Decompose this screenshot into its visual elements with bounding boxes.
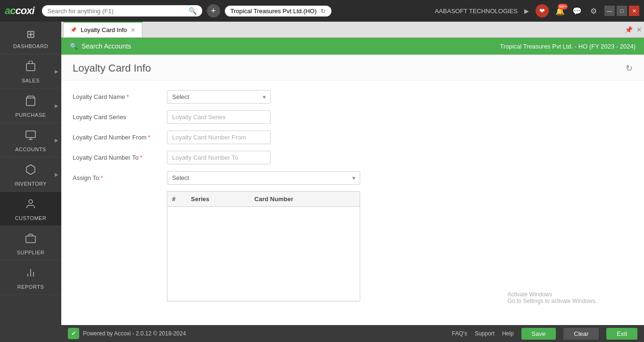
table-col-series: Series [186, 192, 250, 207]
company-selector[interactable]: Tropical Treasures Pvt Ltd.(HO) ↻ [225, 6, 331, 16]
footer-logo: ✓ [68, 328, 79, 339]
tab-bar: 📌 Loyalty Card Info ✕ 📌 ✕ [61, 22, 644, 38]
sidebar-item-accounts[interactable]: ACCOUNTS ▶ [0, 123, 61, 157]
user-company-arrow: ▶ [524, 8, 529, 15]
svg-rect-2 [26, 131, 35, 138]
sidebar-item-inventory[interactable]: INVENTORY ▶ [0, 157, 61, 192]
form-area: Loyalty Card Name* Select ▼ Loyalty Card… [61, 81, 644, 316]
assign-to-select[interactable]: Select [167, 171, 360, 185]
footer-left: ✓ Powered by Accoxi - 2.0.12 © 2018-2024 [68, 328, 186, 339]
inventory-icon [25, 164, 36, 178]
support-link[interactable]: Support [475, 330, 495, 337]
customer-icon [25, 198, 36, 212]
refresh-page-button[interactable]: ↻ [626, 63, 633, 73]
footer-right: FAQ's Support Help Save Clear Exit [452, 328, 637, 340]
tab-loyalty-card-info[interactable]: 📌 Loyalty Card Info ✕ [63, 22, 142, 37]
page-content: Loyalty Card Info ↻ Loyalty Card Name* S… [61, 55, 644, 325]
refresh-icon: ↻ [321, 8, 326, 15]
help-link[interactable]: Help [502, 330, 514, 337]
form-row-loyalty-card-number-from: Loyalty Card Number From* [73, 130, 633, 144]
sidebar-label-purchase: PURCHASE [15, 112, 46, 118]
sidebar-item-reports[interactable]: REPORTS [0, 261, 61, 295]
loyalty-card-name-wrapper: Select ▼ [167, 90, 271, 104]
search-accounts-icon: 🔍 [70, 42, 78, 50]
svg-point-5 [29, 200, 33, 204]
sales-expand-icon: ▶ [55, 69, 58, 74]
table-col-card-number: Card Number [250, 192, 360, 207]
tab-label: Loyalty Card Info [81, 26, 127, 33]
sidebar: ⊞ DASHBOARD SALES ▶ PURCHASE ▶ [0, 22, 61, 342]
loyalty-card-number-to-label: Loyalty Card Number To* [73, 154, 167, 161]
tab-pin-right[interactable]: 📌 [625, 26, 633, 33]
card-table: # Series Card Number [167, 191, 360, 301]
dashboard-icon: ⊞ [26, 28, 35, 41]
form-row-loyalty-card-series: Loyalty Card Series [73, 110, 633, 124]
sidebar-label-customer: CUSTOMER [15, 215, 47, 221]
loyalty-card-name-select[interactable]: Select [167, 90, 271, 104]
settings-icon[interactable]: ⚙ [589, 6, 598, 16]
sidebar-item-customer[interactable]: CUSTOMER [0, 192, 61, 226]
green-header: 🔍 Search Accounts Tropical Treasures Pvt… [61, 38, 644, 55]
avatar: ❤ [536, 4, 549, 17]
top-bar: accoxi 🔍 + Tropical Treasures Pvt Ltd.(H… [0, 0, 644, 22]
sidebar-label-sales: SALES [22, 78, 40, 83]
table-empty-row [167, 207, 360, 301]
minimize-button[interactable]: — [604, 6, 615, 16]
footer: ✓ Powered by Accoxi - 2.0.12 © 2018-2024… [61, 325, 644, 342]
svg-rect-6 [26, 236, 35, 243]
close-button[interactable]: ✕ [629, 6, 639, 16]
main-layout: ⊞ DASHBOARD SALES ▶ PURCHASE ▶ [0, 22, 644, 342]
company-info-label: Tropical Treasures Pvt Ltd. - HO (FY 202… [500, 43, 636, 50]
sidebar-item-supplier[interactable]: SUPPLIER [0, 226, 61, 261]
form-row-loyalty-card-number-to: Loyalty Card Number To* [73, 151, 633, 164]
loyalty-card-number-from-input[interactable] [167, 130, 271, 144]
company-selector-label: Tropical Treasures Pvt Ltd.(HO) [231, 8, 317, 15]
page-title-bar: Loyalty Card Info ↻ [61, 55, 644, 81]
reports-icon [25, 267, 36, 281]
sidebar-label-supplier: SUPPLIER [17, 250, 44, 255]
notification-bell[interactable]: 🔔 99+ [555, 7, 565, 16]
faq-link[interactable]: FAQ's [452, 330, 467, 337]
tab-close-icon[interactable]: ✕ [131, 27, 135, 33]
table-col-hash: # [167, 192, 186, 207]
sidebar-item-sales[interactable]: SALES ▶ [0, 54, 61, 89]
tab-collapse-icon[interactable]: ✕ [636, 26, 642, 33]
sidebar-item-purchase[interactable]: PURCHASE ▶ [0, 89, 61, 123]
sidebar-label-reports: REPORTS [17, 284, 44, 290]
notification-count: 99+ [558, 4, 568, 9]
accounts-icon [25, 130, 36, 144]
page-title: Loyalty Card Info [73, 62, 151, 74]
sidebar-label-dashboard: DASHBOARD [13, 43, 48, 49]
supplier-icon [25, 233, 36, 247]
search-input[interactable] [48, 8, 185, 15]
search-icon[interactable]: 🔍 [189, 7, 197, 15]
search-accounts-btn[interactable]: 🔍 Search Accounts [70, 42, 131, 50]
purchase-icon [25, 95, 36, 109]
purchase-expand-icon: ▶ [55, 103, 58, 108]
loyalty-card-number-to-input[interactable] [167, 151, 271, 164]
search-accounts-label: Search Accounts [82, 42, 131, 50]
search-bar[interactable]: 🔍 [42, 5, 202, 16]
form-row-assign-to: Assign To* Select ▼ [73, 171, 633, 185]
inventory-expand-icon: ▶ [55, 172, 58, 177]
sidebar-label-inventory: INVENTORY [15, 181, 47, 187]
powered-by-label: Powered by Accoxi - 2.0.12 © 2018-2024 [83, 330, 186, 337]
clear-button[interactable]: Clear [563, 328, 599, 340]
top-right: AABASOFT TECHNOLOGIES ▶ ❤ 🔔 99+ 💬 ⚙ — □ … [435, 4, 639, 17]
assign-to-wrapper: Select ▼ [167, 171, 360, 185]
exit-button[interactable]: Exit [606, 328, 637, 340]
chat-icon[interactable]: 💬 [571, 6, 583, 16]
sidebar-label-accounts: ACCOUNTS [15, 147, 46, 152]
svg-rect-0 [26, 64, 35, 71]
sales-icon [25, 61, 36, 75]
save-button[interactable]: Save [521, 328, 556, 340]
maximize-button[interactable]: □ [617, 6, 627, 16]
form-row-loyalty-card-name: Loyalty Card Name* Select ▼ [73, 90, 633, 104]
sidebar-item-dashboard[interactable]: ⊞ DASHBOARD [0, 22, 61, 54]
loyalty-card-series-input[interactable] [167, 110, 271, 124]
loyalty-card-name-label: Loyalty Card Name* [73, 93, 167, 100]
content-area: 📌 Loyalty Card Info ✕ 📌 ✕ 🔍 Search Accou… [61, 22, 644, 342]
accounts-expand-icon: ▶ [55, 138, 58, 143]
window-controls: — □ ✕ [604, 6, 639, 16]
add-button[interactable]: + [207, 4, 220, 17]
